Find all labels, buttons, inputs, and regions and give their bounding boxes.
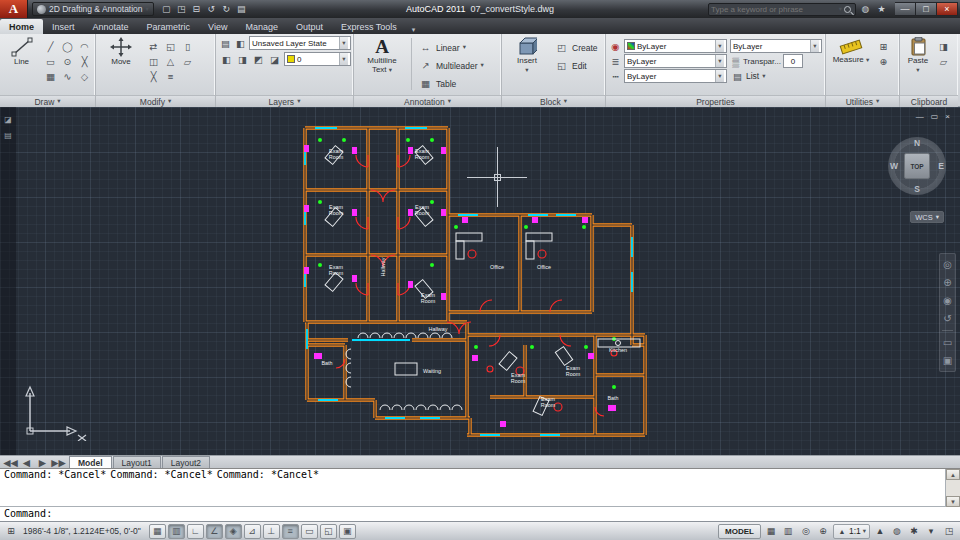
navbar-menu-icon[interactable]: ▣ (941, 354, 954, 367)
clean-screen-button[interactable]: ◳ (941, 524, 957, 539)
status-tool-button[interactable]: ✱ (906, 524, 922, 539)
current-layer-dropdown[interactable]: 0 ▾ (284, 52, 351, 66)
table-button[interactable]: ▦ Table (416, 75, 486, 92)
viewcube-south[interactable]: S (914, 184, 920, 194)
wcs-dropdown[interactable]: WCS ▾ (910, 211, 944, 223)
linetype-dropdown[interactable]: ByLayer ▾ (624, 69, 727, 83)
toggle-infer[interactable]: ▦ (149, 524, 166, 539)
status-tool-button[interactable]: ▲ (872, 524, 888, 539)
create-block-button[interactable]: ◰ Create (552, 39, 600, 56)
qat-button[interactable]: ▢ (160, 3, 173, 16)
zoom-icon[interactable]: ◉ (941, 294, 954, 307)
close-button[interactable]: × (937, 2, 958, 16)
status-tool-button[interactable]: ▾ (923, 524, 939, 539)
nav-tool-button[interactable]: ⊕ (815, 524, 831, 539)
toggle-ducs[interactable]: ≡ (282, 524, 299, 539)
model-space-canvas[interactable]: ◪▤ (0, 107, 960, 455)
modify-tool-button[interactable]: △ (163, 54, 178, 68)
tab-parametric[interactable]: Parametric (138, 19, 200, 34)
panel-label-modify[interactable]: Modify ▾ (96, 95, 215, 107)
scroll-up-icon[interactable]: ▲ (946, 469, 960, 480)
ribbon-minimize-control[interactable]: ▾ (412, 26, 416, 34)
viewcube[interactable]: N S W E TOP (888, 137, 946, 195)
drawing-minimize-icon[interactable]: — (916, 112, 924, 121)
toggle-lwt[interactable]: ◱ (320, 524, 337, 539)
toggle-dyn[interactable]: ▭ (301, 524, 318, 539)
list-button[interactable]: ▤ List ▾ (730, 69, 822, 83)
object-color-icon[interactable]: ◉ (609, 39, 622, 53)
favorites-star-icon[interactable]: ★ (875, 3, 888, 16)
quick-view-button[interactable]: ▥ (780, 524, 796, 539)
status-grid-icon[interactable]: ⊞ (3, 524, 19, 539)
viewcube-north[interactable]: N (914, 138, 920, 148)
showmotion-icon[interactable]: ▭ (941, 336, 954, 349)
communication-center-icon[interactable]: ◍ (859, 3, 872, 16)
toggle-osnap[interactable]: ⊿ (244, 524, 261, 539)
toggle-snap[interactable]: ▥ (168, 524, 185, 539)
layer-tool-button[interactable]: ◨ (235, 52, 250, 66)
tab-home[interactable]: Home (0, 19, 43, 34)
multileader-button[interactable]: ↗ Multileader ▾ (416, 57, 486, 74)
move-tool-button[interactable]: Move (99, 36, 143, 67)
clipboard-button[interactable]: ▱ (936, 54, 951, 68)
layer-tool-button[interactable]: ◧ (219, 52, 234, 66)
tab-annotate[interactable]: Annotate (84, 19, 138, 34)
insert-block-button[interactable]: Insert ▾ (505, 36, 549, 73)
command-window[interactable]: Command: *Cancel*Command: *Cancel*Comman… (0, 468, 960, 521)
layout-nav-button[interactable]: ▶ (35, 455, 50, 469)
tab-manage[interactable]: Manage (236, 19, 287, 34)
tab-express-tools[interactable]: Express Tools (332, 19, 406, 34)
toggle-otrack[interactable]: ⊥ (263, 524, 280, 539)
modify-tool-button[interactable]: ◫ (146, 54, 161, 68)
panel-label-utilities[interactable]: Utilities ▾ (826, 95, 899, 107)
toggle-qp[interactable]: ▣ (339, 524, 356, 539)
lineweight-icon[interactable]: ≣ (609, 54, 622, 68)
panel-label-layers[interactable]: Layers ▾ (216, 95, 353, 107)
modify-tool-button[interactable]: ▱ (180, 54, 195, 68)
modify-tool-button[interactable]: ◱ (163, 39, 178, 53)
toggle-polar[interactable]: ◈ (225, 524, 242, 539)
quick-view-button[interactable]: ▦ (763, 524, 779, 539)
linetype-icon[interactable]: ┅ (609, 69, 622, 83)
viewcube-top-face[interactable]: TOP (904, 153, 930, 179)
panel-label-block[interactable]: Block ▾ (502, 95, 605, 107)
modify-tool-button[interactable]: ▯ (180, 39, 195, 53)
help-search-box[interactable]: ▾ (708, 3, 856, 16)
drawing-close-icon[interactable]: × (945, 112, 950, 121)
layout-nav-button[interactable]: ◀◀ (3, 455, 18, 469)
orbit-icon[interactable]: ↺ (941, 312, 954, 325)
model-space-button[interactable]: MODEL (718, 524, 761, 539)
clipboard-button[interactable]: ◨ (936, 39, 951, 53)
toggle-ortho[interactable]: ∠ (206, 524, 223, 539)
command-input-line[interactable]: Command: (0, 507, 960, 521)
draw-tool-button[interactable]: ▦ (43, 69, 58, 83)
viewcube-west[interactable]: W (890, 161, 898, 171)
layer-properties-icon[interactable]: ▤ (219, 36, 232, 50)
draw-tool-button[interactable]: ⊙ (60, 54, 75, 68)
status-tool-button[interactable]: ◍ (889, 524, 905, 539)
multiline-text-button[interactable]: A Multiline Text ▾ (357, 36, 407, 75)
annotation-scale-control[interactable]: ▲ 1:1 ▾ (833, 524, 870, 539)
edit-block-button[interactable]: ◱ Edit (552, 57, 600, 74)
draw-tool-button[interactable]: ◠ (77, 39, 92, 53)
viewcube-east[interactable]: E (938, 161, 944, 171)
tab-view[interactable]: View (199, 19, 236, 34)
panel-label-clipboard[interactable]: Clipboard (900, 95, 958, 107)
utility-button[interactable]: ⊕ (876, 54, 891, 68)
draw-tool-button[interactable]: ▭ (43, 54, 58, 68)
modify-tool-button[interactable]: ≡ (163, 69, 178, 83)
paste-button[interactable]: Paste ▾ (903, 36, 933, 73)
tab-output[interactable]: Output (287, 19, 332, 34)
linear-dimension-button[interactable]: ↔ Linear ▾ (416, 39, 486, 56)
tab-model[interactable]: Model (69, 456, 112, 468)
draw-tool-button[interactable]: ╳ (77, 54, 92, 68)
tab-insert[interactable]: Insert (43, 19, 84, 34)
tab-layout1[interactable]: Layout1 (113, 456, 161, 468)
qat-button[interactable]: ▤ (235, 3, 248, 16)
layer-tool-button[interactable]: ◩ (251, 52, 266, 66)
nav-tool-button[interactable]: ◎ (798, 524, 814, 539)
panel-label-annotation[interactable]: Annotation ▾ (354, 95, 501, 107)
search-icon[interactable] (844, 6, 851, 13)
line-tool-button[interactable]: Line (3, 36, 40, 67)
panel-label-draw[interactable]: Draw ▾ (0, 95, 95, 107)
